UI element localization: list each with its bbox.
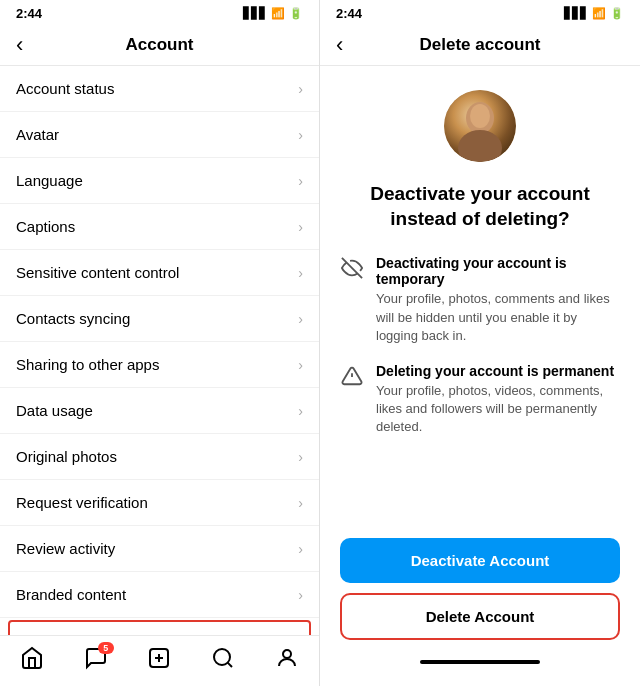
chevron-icon: › (298, 311, 303, 327)
svg-point-8 (470, 104, 490, 128)
right-header: ‹ Delete account (320, 25, 640, 66)
info-desc-deactivate: Your profile, photos, comments and likes… (376, 290, 620, 345)
menu-label-branded: Branded content (16, 586, 126, 603)
signal-icon: ▋▋▋ (243, 7, 267, 20)
battery-icon-right: 🔋 (610, 7, 624, 20)
chevron-icon: › (298, 173, 303, 189)
profile-icon (275, 646, 299, 670)
left-header: ‹ Account (0, 25, 319, 66)
right-panel: 2:44 ▋▋▋ 📶 🔋 ‹ Delete account Deactivate… (320, 0, 640, 686)
deactivate-account-button[interactable]: Deactivate Account (340, 538, 620, 583)
warning-icon (340, 365, 364, 392)
menu-label-sensitive: Sensitive content control (16, 264, 179, 281)
svg-point-3 (214, 649, 230, 665)
chevron-icon: › (298, 265, 303, 281)
info-text-deactivate: Deactivating your account is temporary Y… (376, 255, 620, 345)
chevron-icon: › (298, 403, 303, 419)
menu-label-captions: Captions (16, 218, 75, 235)
menu-item-verification[interactable]: Request verification › (0, 480, 319, 526)
chevron-icon: › (298, 449, 303, 465)
chevron-icon: › (298, 81, 303, 97)
search-icon (211, 646, 235, 670)
menu-list: Account status › Avatar › Language › Cap… (0, 66, 319, 635)
menu-item-sharing[interactable]: Sharing to other apps › (0, 342, 319, 388)
nav-messages[interactable]: 5 (84, 646, 108, 670)
menu-label-sharing: Sharing to other apps (16, 356, 159, 373)
eye-off-icon (340, 257, 364, 284)
nav-profile[interactable] (275, 646, 299, 670)
avatar-svg (444, 90, 516, 162)
delete-account-button[interactable]: Delete Account (340, 593, 620, 640)
menu-item-captions[interactable]: Captions › (0, 204, 319, 250)
left-header-title: Account (126, 35, 194, 55)
chevron-icon: › (298, 587, 303, 603)
menu-item-contacts[interactable]: Contacts syncing › (0, 296, 319, 342)
menu-label-account-status: Account status (16, 80, 114, 97)
battery-icon: 🔋 (289, 7, 303, 20)
chevron-icon: › (298, 127, 303, 143)
svg-line-4 (228, 663, 232, 667)
wifi-icon: 📶 (271, 7, 285, 20)
info-desc-delete: Your profile, photos, videos, comments, … (376, 382, 620, 437)
menu-label-original-photos: Original photos (16, 448, 117, 465)
status-icons-left: ▋▋▋ 📶 🔋 (243, 7, 303, 20)
menu-item-original-photos[interactable]: Original photos › (0, 434, 319, 480)
menu-label-verification: Request verification (16, 494, 148, 511)
info-title-delete: Deleting your account is permanent (376, 363, 620, 379)
messages-badge: 5 (98, 642, 114, 654)
info-item-delete: Deleting your account is permanent Your … (340, 363, 620, 437)
add-icon (147, 646, 171, 670)
menu-label-data-usage: Data usage (16, 402, 93, 419)
status-bar-left: 2:44 ▋▋▋ 📶 🔋 (0, 0, 319, 25)
info-list: Deactivating your account is temporary Y… (340, 255, 620, 436)
chevron-icon: › (298, 219, 303, 235)
time-right: 2:44 (336, 6, 362, 21)
back-button-right[interactable]: ‹ (336, 32, 343, 58)
home-indicator (420, 660, 540, 664)
chevron-icon: › (298, 541, 303, 557)
avatar (444, 90, 516, 162)
home-icon (20, 646, 44, 670)
status-bar-right: 2:44 ▋▋▋ 📶 🔋 (320, 0, 640, 25)
right-content: Deactivate your account instead of delet… (320, 66, 640, 686)
nav-add[interactable] (147, 646, 171, 670)
chevron-icon: › (298, 495, 303, 511)
svg-point-7 (458, 130, 502, 162)
bottom-nav: 5 (0, 635, 319, 686)
menu-item-avatar[interactable]: Avatar › (0, 112, 319, 158)
nav-search[interactable] (211, 646, 235, 670)
menu-item-branded[interactable]: Branded content › (0, 572, 319, 618)
menu-item-language[interactable]: Language › (0, 158, 319, 204)
menu-label-review: Review activity (16, 540, 115, 557)
menu-item-sensitive[interactable]: Sensitive content control › (0, 250, 319, 296)
chevron-icon: › (298, 357, 303, 373)
deactivate-question: Deactivate your account instead of delet… (340, 182, 620, 231)
info-text-delete: Deleting your account is permanent Your … (376, 363, 620, 437)
nav-home[interactable] (20, 646, 44, 670)
menu-label-language: Language (16, 172, 83, 189)
menu-label-contacts: Contacts syncing (16, 310, 130, 327)
menu-item-data-usage[interactable]: Data usage › (0, 388, 319, 434)
status-icons-right: ▋▋▋ 📶 🔋 (564, 7, 624, 20)
avatar-image (444, 90, 516, 162)
svg-point-5 (283, 650, 291, 658)
menu-item-account-status[interactable]: Account status › (0, 66, 319, 112)
menu-item-delete-account[interactable]: Delete account › (8, 620, 311, 635)
right-header-title: Delete account (420, 35, 541, 55)
left-panel: 2:44 ▋▋▋ 📶 🔋 ‹ Account Account status › … (0, 0, 320, 686)
signal-icon-right: ▋▋▋ (564, 7, 588, 20)
time-left: 2:44 (16, 6, 42, 21)
info-title-deactivate: Deactivating your account is temporary (376, 255, 620, 287)
info-item-deactivate: Deactivating your account is temporary Y… (340, 255, 620, 345)
menu-item-review[interactable]: Review activity › (0, 526, 319, 572)
wifi-icon-right: 📶 (592, 7, 606, 20)
back-button-left[interactable]: ‹ (16, 32, 23, 58)
right-buttons: Deactivate Account Delete Account (340, 530, 620, 660)
menu-label-avatar: Avatar (16, 126, 59, 143)
